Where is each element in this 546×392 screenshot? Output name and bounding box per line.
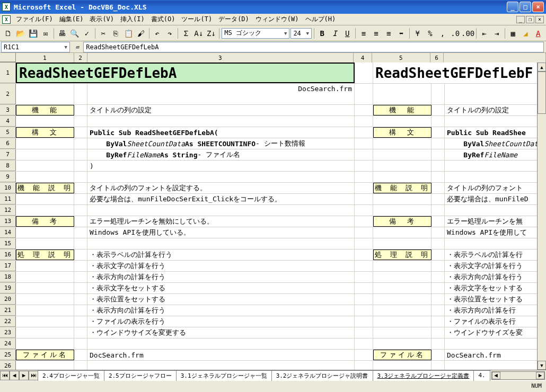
cell[interactable] bbox=[373, 305, 431, 316]
cell[interactable] bbox=[355, 127, 373, 138]
menu-item[interactable]: ファイル(F) bbox=[13, 14, 56, 25]
borders-icon[interactable]: ▦ bbox=[507, 28, 519, 39]
cell[interactable] bbox=[373, 138, 431, 149]
cell[interactable] bbox=[74, 283, 87, 293]
cell[interactable]: ・表示位置をセットする bbox=[445, 294, 539, 305]
cell[interactable] bbox=[74, 316, 87, 327]
cell[interactable]: タイトルの列のフォントを設定する。 bbox=[87, 183, 355, 193]
redo-icon[interactable]: ↷ bbox=[164, 28, 175, 39]
cell[interactable] bbox=[74, 261, 87, 271]
cell[interactable] bbox=[87, 172, 355, 182]
cell[interactable]: ・表示文字をセットする bbox=[445, 283, 539, 293]
cell[interactable] bbox=[355, 161, 373, 171]
cell[interactable]: DocSearch.frm bbox=[445, 350, 539, 360]
mdi-minimize-button[interactable]: _ bbox=[516, 16, 525, 23]
font-color-icon[interactable]: A bbox=[532, 28, 544, 39]
tab-last-button[interactable]: ⏭ bbox=[29, 371, 38, 380]
row-header[interactable]: 12 bbox=[0, 205, 16, 216]
cell[interactable] bbox=[431, 105, 445, 115]
cell[interactable] bbox=[87, 116, 355, 127]
cell[interactable] bbox=[431, 116, 445, 127]
cell[interactable] bbox=[355, 294, 373, 305]
preview-icon[interactable]: 🔍 bbox=[69, 28, 81, 39]
cell[interactable]: タイトルの列の設定 bbox=[87, 105, 355, 115]
cell[interactable] bbox=[16, 116, 74, 127]
cell[interactable] bbox=[373, 161, 431, 171]
cell[interactable] bbox=[373, 294, 431, 305]
sheet-tab[interactable]: 4. bbox=[473, 370, 490, 381]
cell[interactable] bbox=[355, 63, 373, 83]
cell[interactable] bbox=[431, 250, 445, 260]
cell[interactable] bbox=[431, 272, 445, 282]
autosum-icon[interactable]: Σ bbox=[180, 28, 192, 39]
section-label[interactable]: 備 考 bbox=[16, 216, 74, 227]
cell[interactable] bbox=[87, 361, 355, 370]
cell[interactable] bbox=[445, 161, 539, 171]
cell[interactable] bbox=[373, 227, 431, 238]
cell[interactable] bbox=[431, 161, 445, 171]
scroll-thumb[interactable] bbox=[538, 72, 546, 114]
bold-icon[interactable]: B bbox=[316, 28, 328, 39]
row-header[interactable]: 1 bbox=[0, 63, 16, 83]
cell[interactable] bbox=[431, 305, 445, 316]
align-right-icon[interactable]: ≡ bbox=[383, 28, 394, 39]
cell[interactable]: ・表示方向の計算を行 bbox=[445, 305, 539, 316]
menu-item[interactable]: ヘルプ(H) bbox=[302, 14, 339, 25]
cell[interactable] bbox=[445, 172, 539, 182]
cell[interactable]: ・ファイルの表示を行 bbox=[445, 316, 539, 327]
cell[interactable] bbox=[431, 138, 445, 149]
cell[interactable] bbox=[355, 149, 373, 160]
cell[interactable] bbox=[74, 238, 87, 249]
cell[interactable] bbox=[373, 327, 431, 338]
cell[interactable]: エラー処理ルーチンを無効にしている。 bbox=[87, 216, 355, 227]
maximize-button[interactable]: □ bbox=[519, 2, 531, 12]
cell[interactable] bbox=[373, 84, 431, 104]
formula-bar[interactable]: ReadSheetGEFDefLebA bbox=[83, 42, 544, 52]
cell[interactable]: Windows APIを使用している。 bbox=[87, 227, 355, 238]
undo-icon[interactable]: ↶ bbox=[152, 28, 163, 39]
cell[interactable] bbox=[431, 84, 445, 104]
sheet-tab[interactable]: 3.3ジェネラルプロシージャ定義書 bbox=[373, 370, 474, 381]
title-cell[interactable]: ReadSheetGEFDefLebA bbox=[16, 63, 355, 83]
cell[interactable] bbox=[355, 183, 373, 193]
row-header[interactable]: 4 bbox=[0, 116, 16, 127]
section-label[interactable]: 構 文 bbox=[16, 127, 74, 138]
scroll-left-button[interactable]: ◀ bbox=[492, 372, 500, 379]
cell[interactable] bbox=[16, 138, 74, 149]
cell[interactable] bbox=[431, 261, 445, 271]
cell[interactable] bbox=[355, 172, 373, 182]
worksheet-grid[interactable]: 1 2 3 4 5 6 1ReadSheetGEFDefLebAReadShee… bbox=[0, 53, 546, 370]
cell[interactable] bbox=[355, 84, 373, 104]
row-header[interactable]: 17 bbox=[0, 261, 16, 271]
cell[interactable]: タイトルの列のフォント bbox=[445, 183, 539, 193]
cell[interactable] bbox=[74, 183, 87, 193]
cell[interactable] bbox=[74, 116, 87, 127]
cell[interactable] bbox=[373, 338, 431, 349]
cell[interactable] bbox=[445, 338, 539, 349]
cell[interactable] bbox=[445, 205, 539, 216]
cell[interactable] bbox=[355, 116, 373, 127]
cell[interactable] bbox=[355, 238, 373, 249]
cell[interactable]: ・表示文字の計算を行う bbox=[445, 261, 539, 271]
section-label[interactable]: 処 理 説 明 bbox=[373, 250, 431, 260]
cell[interactable]: ・表示文字をセットする bbox=[87, 283, 355, 293]
cell[interactable] bbox=[431, 216, 445, 227]
cell[interactable]: ・表示ラベルの計算を行 bbox=[445, 250, 539, 260]
cell[interactable]: ByVal SheetCountDat bbox=[445, 138, 539, 149]
row-header[interactable]: 21 bbox=[0, 305, 16, 316]
dec-decimal-icon[interactable]: .00 bbox=[462, 28, 474, 39]
cell[interactable] bbox=[445, 238, 539, 249]
row-header[interactable]: 5 bbox=[0, 127, 16, 138]
menu-item[interactable]: 書式(O) bbox=[148, 14, 179, 25]
cell[interactable] bbox=[355, 138, 373, 149]
cell[interactable] bbox=[16, 238, 74, 249]
row-header[interactable]: 8 bbox=[0, 161, 16, 171]
cell[interactable] bbox=[16, 205, 74, 216]
scroll-right-button[interactable]: ▶ bbox=[536, 372, 544, 379]
row-header[interactable]: 9 bbox=[0, 172, 16, 182]
cell[interactable]: DocSearch.frm bbox=[87, 350, 355, 360]
cell[interactable] bbox=[373, 238, 431, 249]
cell[interactable]: ・表示ラベルの計算を行う bbox=[87, 250, 355, 260]
cell[interactable] bbox=[355, 305, 373, 316]
cell[interactable]: ・表示方向の計算を行う bbox=[445, 272, 539, 282]
